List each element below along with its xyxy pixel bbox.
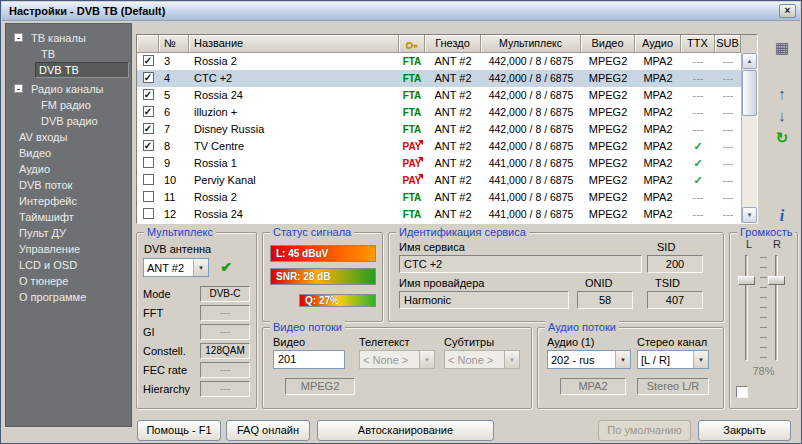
dropdown-arrow-icon[interactable]: ▼ [193, 259, 208, 276]
sidebar-item-lcd-osd[interactable]: LCD и OSD [6, 257, 131, 273]
audio-select[interactable]: 202 - rus ▼ [547, 350, 631, 369]
table-row[interactable]: 11Rossia 2FTAANT #2441,000 / 8 / 6875MPE… [137, 189, 757, 206]
volume-slider-right[interactable] [768, 255, 785, 361]
header-sub[interactable]: SUB [715, 35, 741, 53]
move-down-icon[interactable]: ↓ [769, 105, 795, 127]
sidebar-item-dvb-tv[interactable]: DVB ТВ [6, 62, 131, 78]
sidebar-item-dvb-stream[interactable]: DVB поток [6, 177, 131, 193]
teletext-select[interactable]: < None > ▼ [359, 350, 435, 369]
checkbox-checked[interactable]: ✓ [143, 123, 154, 134]
header-audio[interactable]: Аудио [635, 35, 681, 53]
channel-checkbox[interactable]: ✓ [137, 53, 159, 70]
dropdown-arrow-icon[interactable]: ▼ [615, 351, 630, 368]
titlebar[interactable]: Настройки - DVB ТВ (Default) × [2, 2, 800, 21]
volume-slider-left[interactable] [738, 255, 755, 361]
field-label: Hierarchy [143, 383, 190, 395]
volume-slider-thumb[interactable] [768, 276, 785, 285]
channel-checkbox[interactable]: ✓ [137, 104, 159, 121]
sidebar-item-audio[interactable]: Аудио [6, 161, 131, 177]
table-row[interactable]: 12Rossia 24FTAANT #2441,000 / 8 / 6875MP… [137, 206, 757, 223]
field-label: FEC rate [143, 364, 187, 376]
checkbox-checked[interactable]: ✓ [143, 140, 154, 151]
channel-checkbox[interactable] [137, 206, 159, 223]
stereo-select[interactable]: [L / R] ▼ [637, 350, 709, 369]
checkbox-checked[interactable]: ✓ [143, 55, 154, 66]
sidebar-item-dvb-radio[interactable]: DVB радио [6, 113, 131, 129]
sidebar-item-radio-channels[interactable]: -Радио каналы [6, 81, 131, 97]
volume-panel: Громкость L R 78% [729, 232, 798, 409]
group-title: Мультиплекс [144, 226, 216, 238]
checkbox-unchecked[interactable] [143, 191, 154, 202]
refresh-icon[interactable]: ↻ [769, 127, 795, 149]
checkbox-checked[interactable]: ✓ [143, 106, 154, 117]
close-button[interactable]: Закрыть [698, 420, 791, 441]
table-row[interactable]: 9Rossia 1PAYANT #2441,000 / 8 / 6875MPEG… [137, 155, 757, 172]
sidebar-item-remote-control[interactable]: Пульт ДУ [6, 225, 131, 241]
multiplex-value: 442,000 / 8 / 6875 [481, 87, 581, 104]
sidebar-item-about-tuner[interactable]: О тюнере [6, 273, 131, 289]
header-name[interactable]: Название [189, 35, 399, 53]
autoscan-button[interactable]: Автосканирование [317, 420, 494, 441]
channel-list-icon[interactable]: ▦ [769, 37, 795, 59]
channel-checkbox[interactable]: ✓ [137, 121, 159, 138]
faq-button[interactable]: FAQ онлайн [226, 420, 310, 441]
sidebar-item-tv[interactable]: ТВ [6, 46, 131, 62]
table-row[interactable]: ✓3Rossia 2FTAANT #2442,000 / 8 / 6875MPE… [137, 53, 757, 70]
channel-checkbox[interactable] [137, 155, 159, 172]
header-number[interactable]: № [159, 35, 189, 53]
antenna-select[interactable]: ANT #2 ▼ [143, 258, 209, 277]
channel-checkbox[interactable]: ✓ [137, 70, 159, 87]
table-row[interactable]: ✓7Disney RussiaFTAANT #2442,000 / 8 / 68… [137, 121, 757, 138]
header-multiplex[interactable]: Мультиплекс [481, 35, 581, 53]
sidebar-item-control[interactable]: Управление [6, 241, 131, 257]
table-row[interactable]: ✓6illuzion +FTAANT #2442,000 / 8 / 6875M… [137, 104, 757, 121]
channel-checkbox[interactable]: ✓ [137, 138, 159, 155]
header-access[interactable] [399, 35, 425, 53]
collapse-icon[interactable]: - [14, 33, 23, 42]
sidebar-item-av-inputs[interactable]: AV входы [6, 129, 131, 145]
scroll-thumb[interactable] [742, 70, 757, 116]
video-pid-input[interactable]: 201 [273, 350, 345, 369]
checkbox-unchecked[interactable] [143, 208, 154, 219]
sidebar-item-about-program[interactable]: О программе [6, 289, 131, 305]
scroll-up-icon[interactable]: ▲ [742, 53, 757, 69]
table-row[interactable]: ✓5Rossia 24FTAANT #2442,000 / 8 / 6875MP… [137, 87, 757, 104]
checkbox-unchecked[interactable] [143, 174, 154, 185]
header-video[interactable]: Видео [581, 35, 635, 53]
field-value: --- [200, 324, 250, 340]
header-ttx[interactable]: TTX [681, 35, 715, 53]
table-row[interactable]: 10Perviy KanalPAYANT #2441,000 / 8 / 687… [137, 172, 757, 189]
table-scrollbar[interactable]: ▲ ▼ [741, 53, 757, 223]
audio-codec: MPA2 [635, 104, 681, 121]
multiplex-field-row: Hierarchy--- [143, 379, 250, 398]
scroll-down-icon[interactable]: ▼ [742, 207, 757, 223]
sidebar-item-video[interactable]: Видео [6, 145, 131, 161]
volume-checkbox[interactable] [736, 386, 748, 398]
sidebar-item-fm-radio[interactable]: FM радио [6, 97, 131, 113]
header-socket[interactable]: Гнездо [425, 35, 481, 53]
antenna-apply-icon[interactable]: ✔ [215, 258, 237, 277]
table-row[interactable]: ✓4CTC +2FTAANT #2442,000 / 8 / 6875MPEG2… [137, 70, 757, 87]
header-select[interactable] [137, 35, 159, 53]
info-icon[interactable]: i [769, 205, 795, 227]
sidebar-item-timeshift[interactable]: Таймшифт [6, 209, 131, 225]
sidebar-item-tv-channels[interactable]: -ТВ каналы [6, 30, 131, 46]
move-up-icon[interactable]: ↑ [769, 83, 795, 105]
help-button[interactable]: Помощь - F1 [137, 420, 221, 441]
close-icon[interactable]: × [779, 4, 796, 18]
subtitles-select[interactable]: < None > ▼ [444, 350, 520, 369]
channel-checkbox[interactable]: ✓ [137, 87, 159, 104]
checkbox-checked[interactable]: ✓ [143, 89, 154, 100]
checkbox-checked[interactable]: ✓ [143, 72, 154, 83]
checkbox-unchecked[interactable] [143, 157, 154, 168]
channel-checkbox[interactable] [137, 189, 159, 206]
group-title: Видео потоки [270, 321, 345, 333]
table-row[interactable]: ✓8TV CentrePAYANT #2442,000 / 8 / 6875MP… [137, 138, 757, 155]
collapse-icon[interactable]: - [14, 84, 23, 93]
sidebar-item-interface[interactable]: Интерфейс [6, 193, 131, 209]
channel-checkbox[interactable] [137, 172, 159, 189]
dropdown-arrow-icon[interactable]: ▼ [693, 351, 708, 368]
volume-slider-thumb[interactable] [738, 276, 755, 285]
sidebar-item-label: LCD и OSD [16, 259, 80, 271]
socket-value: ANT #2 [425, 104, 481, 121]
